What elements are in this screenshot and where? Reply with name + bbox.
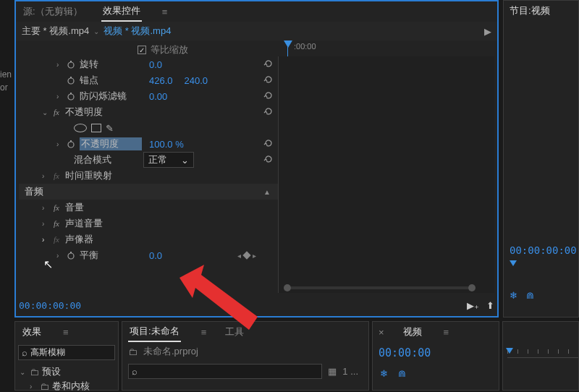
bin-presets[interactable]: ⌄ 🗀 预设 — [20, 365, 114, 379]
svg-rect-3 — [70, 77, 72, 78]
panel-menu-icon[interactable]: ≡ — [162, 7, 168, 17]
row-opacity: › 不透明度 100.0 % — [19, 136, 278, 152]
row-anchor: › 锚点 426.0 240.0 — [19, 72, 278, 88]
keyframe-nav[interactable]: ◂ ▸ — [237, 252, 256, 260]
disclosure-icon[interactable]: › — [56, 61, 65, 69]
reset-button[interactable] — [263, 154, 274, 166]
scroll-handle-left[interactable] — [284, 284, 291, 291]
effect-timeline-ruler[interactable]: :00:00 — [284, 41, 494, 56]
scroll-handle-right[interactable] — [468, 284, 476, 291]
search-icon: ⌕ — [132, 366, 138, 377]
next-keyframe-icon[interactable]: ▸ — [253, 252, 256, 260]
fx-icon[interactable]: fx — [51, 203, 62, 213]
antiflicker-value[interactable]: 0.00 — [149, 91, 167, 102]
clip-active-label[interactable]: 视频 * 视频.mp4 — [103, 25, 171, 38]
disclosure-icon[interactable]: › — [42, 236, 51, 244]
snap-icon[interactable]: ⋒ — [526, 290, 534, 301]
fx-icon[interactable]: fx — [51, 234, 62, 244]
audio-section-header[interactable]: 音频 ▲ — [19, 184, 278, 200]
stopwatch-icon[interactable] — [65, 90, 77, 102]
volume-label: 音量 — [65, 201, 127, 214]
stopwatch-icon[interactable] — [65, 138, 77, 150]
program-ruler[interactable] — [510, 260, 575, 270]
balance-value[interactable]: 0.0 — [149, 250, 162, 261]
tab-source-clip[interactable]: 视频 — [402, 323, 423, 341]
svg-point-6 — [68, 142, 74, 148]
effect-timeline-body[interactable] — [278, 56, 494, 293]
disclosure-icon[interactable]: › — [42, 220, 51, 228]
uniform-scale-label: 等比缩放 — [151, 43, 213, 56]
panel-menu-icon[interactable]: ≡ — [63, 327, 69, 338]
stopwatch-icon[interactable] — [65, 250, 77, 261]
add-keyframe-icon[interactable] — [242, 251, 250, 259]
disclosure-icon[interactable]: › — [56, 93, 65, 101]
source-timecode[interactable]: 00:00:00 — [373, 342, 499, 364]
mask-ellipse-button[interactable] — [74, 124, 87, 132]
timeline-ruler[interactable] — [507, 349, 578, 358]
mark-in-icon[interactable]: ❄ — [380, 368, 388, 379]
program-playhead[interactable] — [510, 260, 517, 266]
mask-rect-button[interactable] — [91, 124, 101, 132]
mask-pen-button[interactable]: ✎ — [106, 123, 114, 134]
svg-rect-5 — [70, 93, 72, 94]
svg-point-2 — [68, 78, 74, 84]
disclosure-icon[interactable]: › — [30, 383, 37, 391]
effects-search[interactable]: ⌕ × — [18, 345, 115, 360]
project-search[interactable]: ⌕ — [128, 364, 322, 379]
disclosure-icon[interactable]: › — [56, 140, 65, 148]
mark-in-icon[interactable]: ❄ — [510, 290, 517, 301]
rotation-value[interactable]: 0.0 — [149, 59, 162, 70]
play-icon[interactable]: ▶ — [484, 26, 491, 37]
anchor-y-value[interactable]: 240.0 — [185, 75, 208, 86]
timeline-scrollbar[interactable] — [284, 284, 476, 291]
reset-button[interactable] — [263, 90, 274, 103]
effect-timecode[interactable]: 00:00:00:00 — [19, 300, 81, 311]
channel-volume-label: 声道音量 — [65, 217, 127, 230]
stopwatch-icon[interactable] — [65, 59, 77, 70]
bin-lumetri[interactable]: › 🗀 卷和内核 — [20, 379, 114, 392]
playhead[interactable] — [284, 41, 292, 48]
tab-project[interactable]: 项目:未命名 — [128, 322, 181, 342]
tab-program[interactable]: 节目:视频 — [508, 1, 551, 20]
stopwatch-icon[interactable] — [65, 74, 77, 86]
disclosure-icon[interactable]: › — [42, 204, 51, 212]
program-timecode[interactable]: 00:00:00:00 — [510, 244, 577, 256]
rotation-label: 旋转 — [80, 58, 142, 71]
fx-icon[interactable]: fx — [51, 218, 62, 229]
reset-button[interactable] — [263, 59, 274, 71]
tab-effect-controls[interactable]: 效果控件 — [101, 1, 142, 22]
blend-mode-dropdown[interactable]: 正常 ⌄ — [143, 152, 194, 168]
clip-master-label[interactable]: 主要 * 视频.mp4 — [22, 25, 89, 38]
disclosure-icon[interactable]: › — [56, 252, 65, 260]
row-rotation: › 旋转 0.0 — [19, 56, 278, 72]
prev-keyframe-icon[interactable]: ◂ — [237, 252, 241, 260]
collapse-icon[interactable]: ▲ — [263, 188, 271, 196]
tab-tools[interactable]: 工具 — [224, 323, 245, 341]
panel-menu-icon[interactable]: ≡ — [444, 327, 449, 338]
export-frame-icon[interactable]: ⬆ — [486, 300, 494, 311]
tab-source[interactable]: 源:（无剪辑） — [22, 2, 84, 21]
reset-button[interactable] — [263, 74, 274, 87]
disclosure-icon[interactable]: ⌄ — [42, 108, 51, 116]
chevron-down-icon[interactable]: ⌄ — [93, 27, 99, 35]
snap-icon[interactable]: ⋒ — [398, 368, 406, 379]
play-only-icon[interactable]: ▶₊ — [467, 300, 479, 311]
uniform-scale-checkbox[interactable]: ✓ — [138, 46, 146, 54]
row-channel-volume: › fx 声道音量 — [19, 216, 278, 231]
opacity-value[interactable]: 100.0 % — [149, 139, 184, 150]
svg-point-0 — [68, 62, 74, 68]
panel-menu-icon[interactable]: ≡ — [201, 327, 207, 338]
project-search-input[interactable] — [140, 367, 318, 377]
icon-view-button[interactable]: ▦ — [328, 366, 337, 377]
tab-effects[interactable]: 效果 — [21, 323, 43, 341]
disclosure-icon[interactable]: › — [42, 172, 51, 180]
disclosure-icon[interactable]: ⌄ — [20, 368, 27, 376]
fx-icon[interactable]: fx — [51, 107, 62, 117]
reset-button[interactable] — [263, 106, 274, 119]
fx-icon[interactable]: fx — [51, 171, 62, 181]
clip-selector-bar: 主要 * 视频.mp4 ⌄ 视频 * 视频.mp4 ▶ — [16, 22, 497, 41]
reset-button[interactable] — [263, 138, 274, 150]
anchor-x-value[interactable]: 426.0 — [149, 75, 173, 86]
ruler-time-label: :00:00 — [294, 42, 316, 51]
row-opacity-group: ⌄ fx 不透明度 — [19, 104, 278, 120]
